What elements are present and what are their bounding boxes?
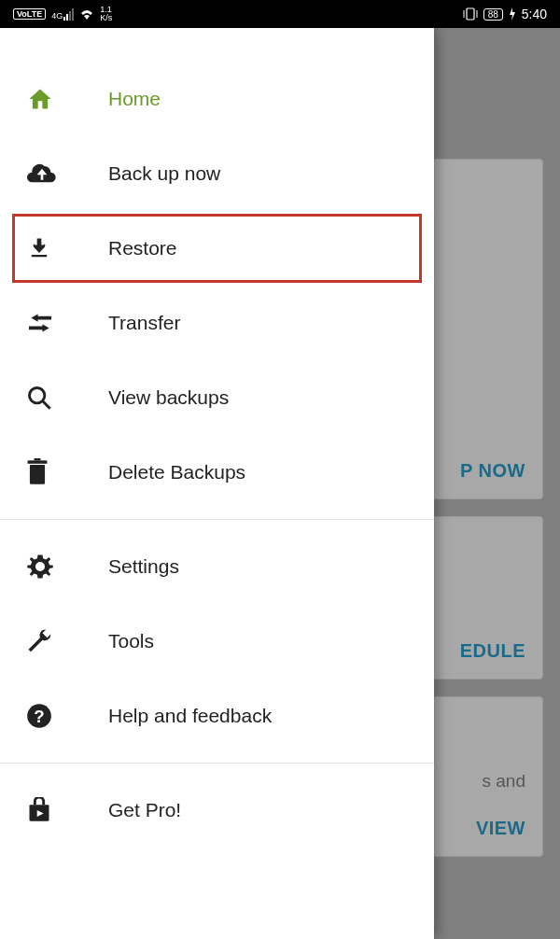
nav-label: Delete Backups [108, 461, 245, 484]
backup-now-button-partial[interactable]: P NOW [460, 460, 525, 482]
svg-point-9 [36, 563, 45, 571]
wifi-icon [79, 8, 94, 20]
divider [0, 763, 434, 764]
svg-point-4 [30, 388, 45, 403]
transfer-icon [26, 312, 108, 334]
nav-label: Help and feedback [108, 705, 272, 727]
search-icon [26, 385, 108, 411]
status-right: 88 5:40 [463, 7, 547, 21]
nav-item-home[interactable]: Home [0, 62, 434, 136]
battery-level: 88 [483, 8, 503, 21]
speed-unit: K/s [100, 14, 112, 22]
divider [0, 519, 434, 520]
gear-icon [26, 553, 108, 581]
trash-icon [26, 458, 108, 486]
nav-item-view-backups[interactable]: View backups [0, 360, 434, 435]
svg-rect-7 [28, 460, 48, 463]
vibrate-icon [463, 7, 478, 21]
wrench-icon [26, 627, 108, 655]
nav-label: Transfer [108, 312, 180, 334]
network-speed: 1.1 K/s [100, 6, 112, 22]
svg-line-5 [43, 401, 50, 409]
net-type-label: 4G [51, 11, 63, 21]
nav-item-help[interactable]: ? Help and feedback [0, 679, 434, 753]
nav-item-transfer[interactable]: Transfer [0, 286, 434, 360]
nav-item-get-pro[interactable]: Get Pro! [0, 773, 434, 848]
nav-item-settings[interactable]: Settings [0, 529, 434, 604]
download-icon [26, 235, 108, 261]
signal-4g-icon: 4G [51, 8, 74, 21]
svg-text:?: ? [34, 707, 44, 726]
clock: 5:40 [522, 7, 547, 21]
text-fragment: s and [483, 771, 525, 792]
home-icon [26, 86, 108, 112]
svg-rect-0 [467, 8, 474, 20]
cloud-upload-icon [26, 162, 108, 185]
status-left: VoLTE 4G 1.1 K/s [13, 6, 112, 22]
nav-label: Get Pro! [108, 799, 181, 821]
nav-label: Tools [108, 630, 154, 652]
schedule-button-partial[interactable]: EDULE [460, 640, 525, 662]
nav-label: Home [108, 88, 161, 110]
svg-rect-6 [30, 465, 45, 484]
nav-item-tools[interactable]: Tools [0, 604, 434, 679]
nav-label: View backups [108, 386, 229, 409]
nav-item-backup-now[interactable]: Back up now [0, 136, 434, 211]
nav-label: Back up now [108, 162, 220, 185]
nav-label: Restore [108, 237, 177, 259]
view-button[interactable]: VIEW [476, 818, 525, 839]
navigation-drawer: Home Back up now Restore Transfer View b… [0, 28, 434, 939]
shop-icon [26, 797, 108, 823]
charging-icon [509, 7, 516, 21]
volte-badge: VoLTE [13, 8, 46, 20]
help-icon: ? [26, 703, 108, 729]
nav-item-restore[interactable]: Restore [9, 211, 425, 286]
svg-rect-8 [35, 458, 41, 460]
nav-label: Settings [108, 555, 179, 578]
nav-item-delete-backups[interactable]: Delete Backups [0, 435, 434, 510]
status-bar: VoLTE 4G 1.1 K/s 88 5:40 [0, 0, 560, 28]
